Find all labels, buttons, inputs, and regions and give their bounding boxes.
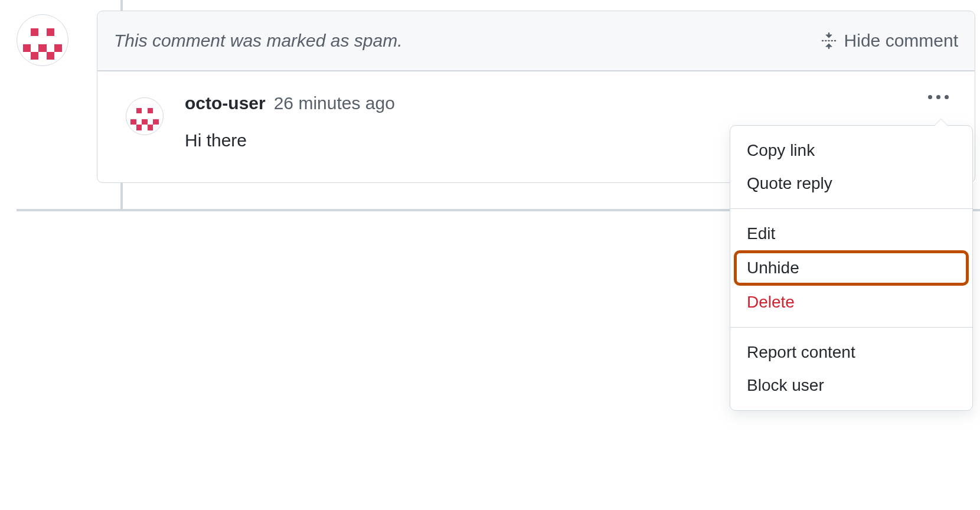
stage: This comment was marked as spam. Hide co…: [0, 0, 980, 510]
menu-group-3: Report content Block user: [730, 327, 972, 410]
author-avatar-small[interactable]: [126, 97, 164, 135]
kebab-dot-icon: [936, 95, 940, 99]
fold-icon: [821, 32, 837, 49]
identicon-icon: [130, 102, 159, 130]
spam-banner: This comment was marked as spam. Hide co…: [97, 11, 975, 71]
menu-item-edit[interactable]: Edit: [730, 217, 972, 250]
menu-group-1: Copy link Quote reply: [730, 126, 972, 208]
hide-comment-label: Hide comment: [844, 31, 958, 51]
author-avatar-large[interactable]: [17, 14, 68, 66]
dropdown-caret-icon: [935, 119, 948, 126]
menu-item-report-content[interactable]: Report content: [730, 336, 972, 369]
comment-actions-kebab-button[interactable]: [923, 90, 953, 104]
menu-item-copy-link[interactable]: Copy link: [730, 134, 972, 167]
username-link[interactable]: octo-user: [185, 93, 266, 114]
identicon-icon: [23, 21, 62, 60]
spam-notice-text: This comment was marked as spam.: [114, 31, 402, 51]
kebab-dot-icon: [928, 95, 932, 99]
menu-item-delete[interactable]: Delete: [730, 286, 972, 319]
menu-group-2: Edit Unhide Delete: [730, 208, 972, 327]
hide-comment-button[interactable]: Hide comment: [821, 31, 958, 51]
timestamp-link[interactable]: 26 minutes ago: [274, 93, 395, 114]
comment-header: octo-user 26 minutes ago: [185, 93, 958, 114]
kebab-dot-icon: [945, 95, 949, 99]
comment-actions-menu: Copy link Quote reply Edit Unhide Delete…: [730, 125, 973, 411]
menu-item-block-user[interactable]: Block user: [730, 369, 972, 402]
menu-item-unhide[interactable]: Unhide: [735, 251, 968, 285]
menu-item-quote-reply[interactable]: Quote reply: [730, 167, 972, 200]
